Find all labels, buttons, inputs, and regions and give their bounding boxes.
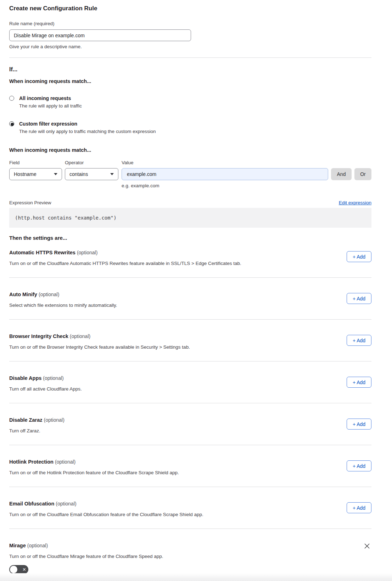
setting-description: Select which file extensions to minify a…: [9, 303, 371, 308]
setting-title: Disable Zaraz(optional): [9, 417, 371, 423]
toggle-off-x-icon: ×: [23, 566, 26, 572]
setting-description: Turn on or off the Cloudflare Mirage fea…: [9, 554, 371, 559]
setting-row-hotlink-protection: Hotlink Protection(optional) Turn on or …: [9, 445, 371, 487]
setting-row-automatic-https-rewrites: Automatic HTTPS Rewrites(optional) Turn …: [9, 236, 371, 278]
field-select[interactable]: Hostname: [9, 168, 62, 180]
chevron-down-icon: [110, 173, 114, 175]
if-heading: If...: [9, 66, 371, 73]
setting-row-browser-integrity-check: Browser Integrity Check(optional) Turn o…: [9, 320, 371, 361]
radio-description: The rule will apply to all traffic: [19, 103, 82, 109]
operator-select[interactable]: contains: [65, 168, 118, 180]
or-button[interactable]: Or: [354, 168, 371, 180]
section-divider: [9, 57, 371, 58]
optional-tag: (optional): [27, 543, 48, 548]
radio-label: All incoming requests: [19, 95, 82, 101]
operator-label: Operator: [65, 160, 122, 165]
panel-bottom-edge: [0, 573, 392, 581]
toggle-knob: [10, 566, 17, 573]
optional-tag: (optional): [77, 250, 97, 255]
setting-title: Hotlink Protection(optional): [9, 459, 371, 465]
chevron-down-icon: [54, 173, 57, 175]
setting-description: Turn off all active Cloudflare Apps.: [9, 386, 371, 392]
optional-tag: (optional): [56, 501, 76, 507]
setting-title: Email Obfuscation(optional): [9, 501, 371, 507]
setting-description: Turn on or off the Cloudflare Email Obfu…: [9, 512, 371, 518]
setting-row-mirage: Mirage(optional) Turn on or off the Clou…: [9, 529, 371, 574]
mirage-toggle-off[interactable]: ×: [9, 565, 28, 574]
edit-expression-link[interactable]: Edit expression: [339, 200, 371, 205]
setting-title: Disable Apps(optional): [9, 375, 371, 381]
expression-code: (http.host contains "example.com"): [9, 208, 371, 228]
value-helper: e.g. example.com: [122, 183, 371, 188]
add-button[interactable]: + Add: [347, 460, 371, 471]
operator-select-value: contains: [69, 171, 88, 177]
match-heading: When incoming requests match...: [9, 78, 371, 84]
add-button[interactable]: + Add: [347, 419, 371, 430]
add-button[interactable]: + Add: [347, 251, 371, 262]
field-label: Field: [9, 160, 65, 165]
setting-description: Turn on or off the Hotlink Protection fe…: [9, 470, 371, 476]
and-button[interactable]: And: [331, 168, 352, 180]
expression-preview-row: Expression Preview Edit expression: [9, 200, 371, 205]
rule-name-input[interactable]: [9, 29, 191, 41]
optional-tag: (optional): [39, 292, 59, 297]
setting-title: Mirage(optional): [9, 543, 371, 549]
builder-heading: When incoming requests match...: [9, 147, 371, 153]
radio-description: The rule will only apply to traffic matc…: [19, 128, 156, 134]
optional-tag: (optional): [43, 375, 63, 381]
add-button[interactable]: + Add: [347, 377, 371, 388]
radio-custom-filter-expression[interactable]: Custom filter expression The rule will o…: [9, 121, 371, 134]
condition-row: Hostname contains And Or: [9, 168, 371, 180]
setting-row-auto-minify: Auto Minify(optional) Select which file …: [9, 278, 371, 320]
add-button[interactable]: + Add: [347, 293, 371, 304]
setting-description: Turn on or off the Browser Integrity Che…: [9, 344, 371, 350]
radio-circle-unselected[interactable]: [9, 96, 14, 101]
setting-description: Turn on or off the Cloudflare Automatic …: [9, 261, 371, 266]
setting-row-disable-apps: Disable Apps(optional) Turn off all acti…: [9, 361, 371, 403]
create-rule-form: Create new Configuration Rule Rule name …: [0, 0, 392, 574]
add-button[interactable]: + Add: [347, 335, 371, 346]
optional-tag: (optional): [55, 459, 75, 465]
add-button[interactable]: + Add: [347, 502, 371, 513]
value-input[interactable]: [122, 168, 328, 180]
setting-row-disable-zaraz: Disable Zaraz(optional) Turn off Zaraz. …: [9, 403, 371, 445]
optional-tag: (optional): [44, 417, 65, 423]
setting-title: Automatic HTTPS Rewrites(optional): [9, 250, 371, 256]
setting-description: Turn off Zaraz.: [9, 428, 371, 434]
radio-circle-selected[interactable]: [9, 121, 14, 126]
close-icon[interactable]: [364, 543, 370, 549]
value-label: Value: [122, 160, 134, 165]
optional-tag: (optional): [70, 333, 90, 339]
field-select-value: Hostname: [14, 171, 37, 177]
radio-label: Custom filter expression: [19, 121, 156, 127]
rule-name-label: Rule name (required): [9, 21, 371, 26]
page-title: Create new Configuration Rule: [9, 5, 371, 12]
expression-preview-label: Expression Preview: [9, 200, 51, 205]
setting-row-email-obfuscation: Email Obfuscation(optional) Turn on or o…: [9, 487, 371, 529]
rule-name-helper: Give your rule a descriptive name.: [9, 44, 371, 49]
setting-title: Auto Minify(optional): [9, 292, 371, 298]
radio-all-incoming-requests[interactable]: All incoming requests The rule will appl…: [9, 95, 371, 109]
condition-labels: Field Operator Value: [9, 160, 371, 165]
setting-title: Browser Integrity Check(optional): [9, 333, 371, 339]
